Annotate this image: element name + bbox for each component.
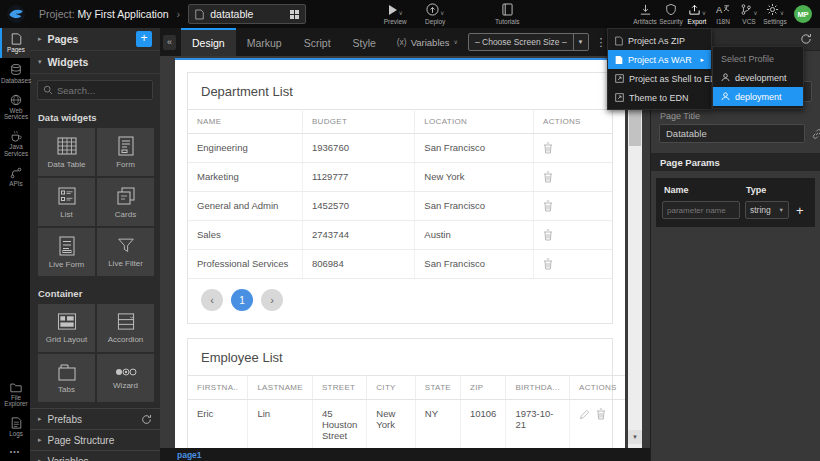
kebab-menu-button[interactable]: ⋮ xyxy=(596,36,607,49)
rail-item-pages[interactable]: Pages xyxy=(0,28,30,58)
widget-tile-tabs[interactable]: Tabs xyxy=(38,354,95,402)
chevron-down-icon[interactable]: ∨ xyxy=(440,10,444,16)
tab-design[interactable]: Design xyxy=(181,28,236,56)
delete-icon[interactable] xyxy=(543,258,603,270)
rail-item-databases[interactable]: Databases xyxy=(0,58,30,89)
variables-dropdown[interactable]: (x) Variables ∨ xyxy=(397,37,458,48)
delete-icon[interactable] xyxy=(543,229,603,241)
rail-item-web-services[interactable]: Web Services xyxy=(0,89,30,126)
scroll-down-icon[interactable]: ▼ xyxy=(628,430,642,444)
column-header[interactable]: NAME xyxy=(188,110,302,134)
add-page-button[interactable]: + xyxy=(136,31,152,47)
column-header[interactable]: CITY xyxy=(367,376,416,400)
wavemaker-logo-icon[interactable] xyxy=(3,2,29,26)
widget-search-input[interactable] xyxy=(57,85,147,96)
export-button[interactable]: ∨ Export xyxy=(684,3,710,25)
page-params-header[interactable]: Page Params xyxy=(651,153,820,171)
tab-markup[interactable]: Markup xyxy=(236,28,293,56)
delete-icon[interactable] xyxy=(543,200,603,212)
pages-grid-icon[interactable] xyxy=(290,10,299,19)
widget-tile-live-form[interactable]: Live Form xyxy=(38,228,95,276)
widget-tile-form[interactable]: Form xyxy=(97,128,154,176)
tab-script[interactable]: Script xyxy=(293,28,342,56)
column-header[interactable]: FIRSTNA.. xyxy=(188,376,248,400)
widget-tile-grid-layout[interactable]: Grid Layout xyxy=(38,304,95,352)
chevron-down-icon[interactable]: ∨ xyxy=(780,10,784,16)
i18n-button[interactable]: A I18N xyxy=(710,3,736,25)
bottom-page-tab[interactable]: page1 xyxy=(177,450,202,460)
param-type-select[interactable]: string ▼ xyxy=(745,201,789,219)
menu-item-theme-to-edn[interactable]: Theme to EDN xyxy=(608,88,711,107)
edit-icon[interactable] xyxy=(579,409,590,420)
canvas-scrollbar[interactable]: ▼ xyxy=(628,56,642,448)
add-param-button[interactable]: + xyxy=(794,203,806,218)
rail-item-java-services[interactable]: Java Services xyxy=(0,125,30,162)
settings-button[interactable]: ∨ Settings xyxy=(762,3,788,25)
column-header[interactable]: STATE xyxy=(415,376,460,400)
rail-more-button[interactable]: ••• xyxy=(0,442,30,461)
widget-tile-data-table[interactable]: Data Table xyxy=(38,128,95,176)
employee-table[interactable]: FIRSTNA.. LASTNAME STREET CITY STATE ZIP… xyxy=(188,375,625,448)
column-header[interactable]: BUDGET xyxy=(302,110,414,134)
employee-list-widget[interactable]: Employee List FIRSTNA.. LASTNAME STREET … xyxy=(187,338,613,448)
page-canvas[interactable]: Department List NAME BUDGET LOCATION ACT… xyxy=(175,58,625,448)
table-row[interactable]: Sales2743744Austin xyxy=(188,221,612,250)
submenu-item-deployment[interactable]: deployment xyxy=(713,87,803,106)
tutorials-button[interactable]: Tutorials xyxy=(494,3,520,25)
column-header[interactable]: LASTNAME xyxy=(248,376,313,400)
chevron-down-icon[interactable]: ∨ xyxy=(399,10,403,16)
refresh-icon[interactable] xyxy=(800,33,812,45)
column-header[interactable]: STREET xyxy=(312,376,366,400)
param-name-input[interactable] xyxy=(662,201,740,219)
widget-tile-cards[interactable]: Cards xyxy=(97,178,154,226)
prev-page-button[interactable]: ‹ xyxy=(201,289,223,311)
rail-item-apis[interactable]: APIs xyxy=(0,162,30,192)
menu-item-project-as-war[interactable]: Project As WAR ▸ xyxy=(608,50,711,69)
widget-tile-live-filter[interactable]: Live Filter xyxy=(97,228,154,276)
next-page-button[interactable]: › xyxy=(261,289,283,311)
page-selector[interactable]: datatable xyxy=(188,4,306,24)
chevron-down-icon[interactable]: ∨ xyxy=(702,10,706,16)
table-row[interactable]: Marketing1129777New York xyxy=(188,163,612,192)
preview-button[interactable]: ∨ Preview xyxy=(382,3,408,25)
delete-icon[interactable] xyxy=(596,408,606,420)
bind-link-icon[interactable] xyxy=(811,128,820,140)
artifacts-button[interactable]: Artifacts xyxy=(632,3,658,25)
department-list-widget[interactable]: Department List NAME BUDGET LOCATION ACT… xyxy=(187,72,613,324)
submenu-item-development[interactable]: development xyxy=(713,68,803,87)
widgets-section-header[interactable]: ▾ Widgets xyxy=(30,51,160,74)
user-avatar[interactable]: MP xyxy=(794,5,812,23)
menu-item-project-as-zip[interactable]: Project As ZIP xyxy=(608,31,711,50)
security-button[interactable]: Security xyxy=(658,3,684,25)
column-header[interactable]: LOCATION xyxy=(415,110,534,134)
variables-section-header[interactable]: ▸ Variables xyxy=(30,450,160,461)
table-row[interactable]: Professional Services806984San Francisco xyxy=(188,250,612,279)
department-table[interactable]: NAME BUDGET LOCATION ACTIONS Engineering… xyxy=(188,109,612,279)
vcs-button[interactable]: ∨ VCS xyxy=(736,3,762,25)
table-row[interactable]: General and Admin1452570San Francisco xyxy=(188,192,612,221)
prefabs-section-header[interactable]: ▸ Prefabs xyxy=(30,408,160,429)
column-header[interactable]: ZIP xyxy=(460,376,505,400)
column-header[interactable]: ACTIONS xyxy=(570,376,625,400)
delete-icon[interactable] xyxy=(543,171,603,183)
deploy-button[interactable]: ∨ Deploy xyxy=(422,3,448,25)
table-row[interactable]: Engineering1936760San Francisco xyxy=(188,134,612,163)
tab-style[interactable]: Style xyxy=(342,28,387,56)
delete-icon[interactable] xyxy=(543,142,603,154)
pages-section-header[interactable]: ▸ Pages + xyxy=(30,28,160,51)
breadcrumb[interactable]: Project: My First Application xyxy=(39,8,169,20)
refresh-icon[interactable] xyxy=(141,414,152,425)
widget-tile-wizard[interactable]: Wizard xyxy=(97,354,154,402)
widget-search[interactable] xyxy=(37,80,153,100)
rail-item-file-explorer[interactable]: File Explorer xyxy=(0,377,30,413)
current-page-button[interactable]: 1 xyxy=(231,289,253,311)
rail-item-logs[interactable]: Logs xyxy=(0,412,30,442)
collapse-panel-button[interactable]: « xyxy=(163,35,176,50)
widget-tile-list[interactable]: List xyxy=(38,178,95,226)
chevron-down-icon[interactable]: ∨ xyxy=(753,10,757,16)
widget-tile-accordion[interactable]: Accordion xyxy=(97,304,154,352)
column-header[interactable]: BIRTHDA... xyxy=(506,376,570,400)
page-title-input[interactable] xyxy=(659,124,805,143)
page-structure-section-header[interactable]: ▸ Page Structure xyxy=(30,429,160,450)
menu-item-project-as-shell-to-edn[interactable]: Project as Shell to EDN xyxy=(608,69,711,88)
